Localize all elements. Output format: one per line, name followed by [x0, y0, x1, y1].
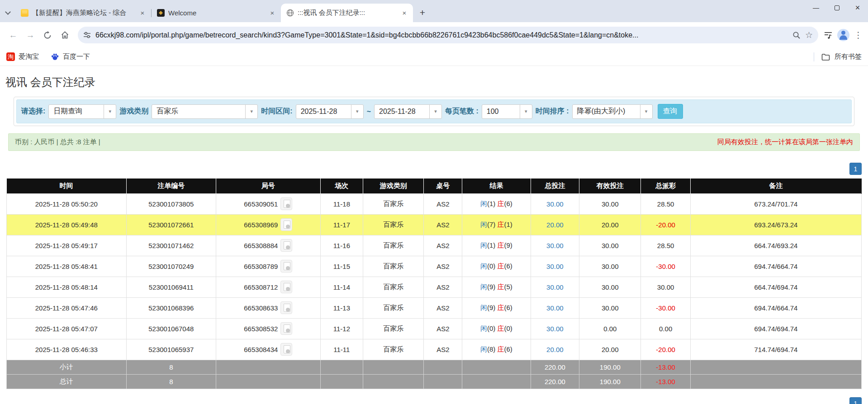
- cell-payout: -20.00: [641, 214, 691, 235]
- table-header-row: 时间 注单编号 局号 场次 游戏类别 桌号 结果 总投注 有效投注 总派彩 备注: [7, 179, 862, 193]
- cell-valid-bet: 0.00: [579, 318, 641, 339]
- bookmark-taobao[interactable]: 淘 爱淘宝: [6, 52, 39, 61]
- tab-strip: 【新提醒】海燕策略论坛 - 综合 × Welcome × :::视讯 会员下注纪…: [0, 0, 868, 22]
- table-row: 2025-11-28 05:46:33523001065937665308434…: [7, 339, 862, 360]
- player-count: (0): [487, 262, 495, 270]
- zoom-icon[interactable]: [792, 31, 801, 39]
- total-bet-link[interactable]: 20.00: [546, 221, 564, 229]
- game-type-label: 游戏类别: [119, 107, 148, 116]
- browser-toolbar: ← → 66cxkj98.com/ipl/portal.php/game/bet…: [0, 22, 868, 48]
- site-settings-icon[interactable]: [83, 31, 91, 39]
- cell-time: 2025-11-28 05:47:07: [7, 318, 127, 339]
- round-number: 665309051: [244, 200, 278, 208]
- chevron-down-icon[interactable]: ▾: [351, 105, 363, 118]
- video-record-icon[interactable]: [280, 343, 292, 356]
- new-tab-button[interactable]: +: [416, 6, 429, 19]
- minimize-button[interactable]: —: [806, 0, 826, 15]
- total-bet-link[interactable]: 30.00: [546, 200, 564, 208]
- date-from-select[interactable]: 2025-11-28 ▾: [296, 104, 364, 119]
- video-record-icon[interactable]: [280, 260, 292, 272]
- tab-forum[interactable]: 【新提醒】海燕策略论坛 - 综合 ×: [15, 4, 151, 22]
- player-count: (9): [487, 304, 495, 311]
- cell-time: 2025-11-28 05:48:41: [7, 256, 127, 277]
- cell-time: 2025-11-28 05:47:46: [7, 297, 127, 318]
- url-text[interactable]: 66cxkj98.com/ipl/portal.php/game/betreco…: [95, 31, 788, 39]
- close-tab-icon[interactable]: ×: [268, 9, 276, 17]
- result-banker: 庄(6): [498, 304, 512, 311]
- cell-result: 闲(0) 庄(6): [462, 256, 531, 277]
- video-record-icon[interactable]: [280, 239, 292, 252]
- chevron-down-icon[interactable]: ▾: [245, 105, 257, 118]
- round-number: 665308633: [244, 304, 278, 312]
- chevron-down-icon[interactable]: ▾: [429, 105, 441, 118]
- cell-session: 11-15: [320, 256, 363, 277]
- cell-game: 百家乐: [363, 214, 424, 235]
- banker-count: (9): [504, 241, 512, 249]
- banker-count: (6): [504, 345, 512, 353]
- maximize-button[interactable]: [826, 0, 847, 15]
- cell-session: 11-16: [320, 235, 363, 256]
- query-type-value: 日期查询: [49, 107, 104, 116]
- chevron-down-icon[interactable]: ▾: [640, 105, 652, 118]
- cell-session: 11-18: [320, 193, 363, 214]
- select-label: 请选择:: [21, 107, 45, 116]
- cell-time: 2025-11-28 05:49:48: [7, 214, 127, 235]
- total-valid-bet: 190.00: [579, 374, 641, 389]
- cell-payout: -30.00: [641, 256, 691, 277]
- all-bookmarks[interactable]: 所有书签: [814, 52, 862, 61]
- cell-payout: -20.00: [641, 339, 691, 360]
- total-bet-link[interactable]: 20.00: [546, 346, 564, 353]
- cell-valid-bet: 30.00: [579, 277, 641, 297]
- forward-button[interactable]: →: [23, 28, 38, 43]
- video-record-icon[interactable]: [280, 197, 292, 210]
- search-button[interactable]: 查询: [658, 104, 683, 119]
- cell-result: 闲(8) 庄(6): [462, 339, 531, 360]
- video-record-icon[interactable]: [280, 218, 292, 231]
- total-bet-link[interactable]: 30.00: [546, 325, 564, 333]
- query-type-select[interactable]: 日期查询 ▾: [48, 104, 116, 119]
- chevron-down-icon[interactable]: ▾: [520, 105, 532, 118]
- close-tab-icon[interactable]: ×: [138, 9, 147, 17]
- video-record-icon[interactable]: [280, 322, 292, 335]
- round-wrap: 665308532: [244, 322, 292, 335]
- table-row: 2025-11-28 05:50:20523001073805665309051…: [7, 193, 862, 214]
- col-result: 结果: [462, 179, 531, 193]
- reload-button[interactable]: [40, 28, 55, 43]
- video-record-icon[interactable]: [280, 301, 292, 314]
- cell-round: 665309051: [216, 193, 321, 214]
- video-record-icon[interactable]: [280, 281, 292, 293]
- table-row: 2025-11-28 05:49:17523001071462665308884…: [7, 235, 862, 256]
- bookmark-baidu[interactable]: 百度一下: [51, 52, 90, 61]
- bookmarks-separator: [814, 52, 814, 61]
- cell-payout: 28.50: [641, 235, 691, 256]
- chevron-down-icon[interactable]: ▾: [104, 105, 116, 118]
- result-banker: 庄(5): [498, 283, 512, 291]
- page-size-select[interactable]: 100 ▾: [482, 104, 532, 119]
- game-type-select[interactable]: 百家乐 ▾: [152, 104, 258, 119]
- date-to-select[interactable]: 2025-11-28 ▾: [374, 104, 442, 119]
- home-button[interactable]: [57, 28, 72, 43]
- cell-bet-id: 523001072661: [126, 214, 216, 235]
- close-window-button[interactable]: ×: [847, 0, 868, 15]
- page-1-button[interactable]: 1: [849, 397, 862, 404]
- bookmark-star-icon[interactable]: ☆: [805, 30, 813, 40]
- cell-time: 2025-11-28 05:50:20: [7, 193, 127, 214]
- back-button[interactable]: ←: [5, 28, 21, 43]
- tab-welcome[interactable]: Welcome ×: [152, 4, 281, 22]
- menu-kebab-icon[interactable]: ⋮: [854, 30, 863, 40]
- profile-avatar[interactable]: [837, 29, 849, 41]
- total-bet-link[interactable]: 30.00: [546, 263, 564, 270]
- filter-panel: 请选择: 日期查询 ▾ 游戏类别 百家乐 ▾ 时间区间: 2025-11-28 …: [16, 99, 852, 123]
- total-bet-link[interactable]: 30.00: [546, 242, 564, 249]
- total-bet-link[interactable]: 30.00: [546, 283, 564, 291]
- banker-char: 庄: [498, 345, 504, 353]
- sort-select[interactable]: 降幂(由大到小) ▾: [572, 104, 653, 119]
- page-1-button[interactable]: 1: [849, 163, 862, 175]
- total-bet-link[interactable]: 30.00: [546, 304, 564, 312]
- cell-bet-id: 523001071462: [126, 235, 216, 256]
- address-bar[interactable]: 66cxkj98.com/ipl/portal.php/game/betreco…: [78, 27, 818, 43]
- close-tab-icon[interactable]: ×: [400, 9, 408, 17]
- media-controls-icon[interactable]: [824, 31, 833, 40]
- tab-bet-records[interactable]: :::视讯 会员下注纪录::: ×: [281, 4, 413, 22]
- tab-search-button[interactable]: [0, 4, 15, 22]
